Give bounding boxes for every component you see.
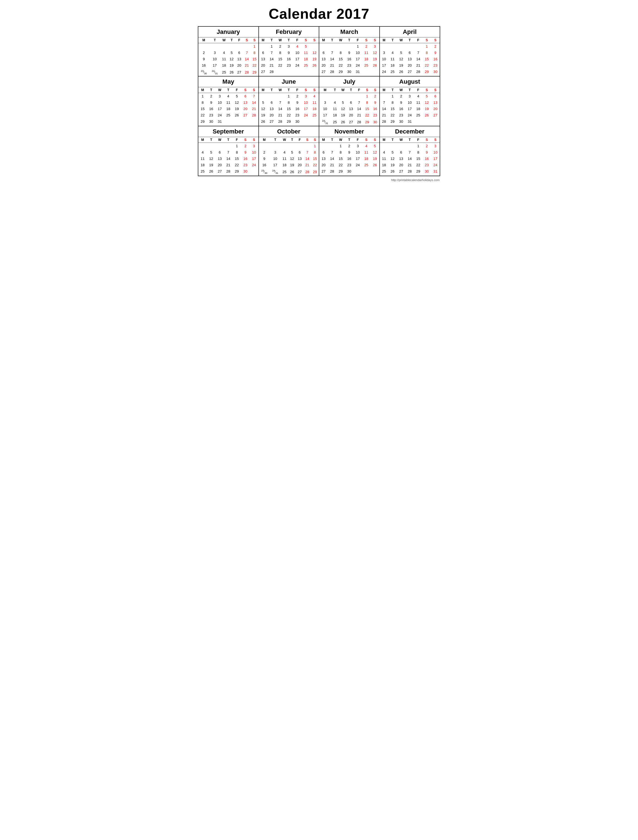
day-header-2: W	[220, 38, 228, 43]
week-row: 16171819202122	[198, 62, 258, 68]
day-cell: 11	[310, 99, 319, 106]
day-cell: 25	[362, 62, 370, 68]
day-cell: 25	[362, 162, 370, 168]
day-cell: 28	[276, 118, 285, 125]
day-cell: 15	[336, 155, 345, 162]
day-cell	[215, 142, 224, 149]
month-name-april: April	[380, 27, 440, 38]
day-header-2: W	[397, 87, 405, 93]
week-row: 2345678	[198, 49, 258, 56]
day-cell: 12	[288, 155, 296, 162]
week-row: 1234567	[198, 93, 258, 99]
day-header-1: T	[328, 137, 336, 143]
day-cell: 21	[224, 162, 233, 168]
day-header-6: S	[250, 137, 258, 143]
week-row: 11121314151617	[380, 155, 440, 162]
day-cell	[259, 142, 270, 149]
day-cell: 9	[431, 49, 440, 56]
week-row: 24252627282930	[380, 68, 440, 75]
day-cell: 8	[388, 99, 397, 106]
day-header-0: M	[259, 38, 268, 43]
month-march: MarchMTWTFSS1236789101112131415161718192…	[319, 27, 380, 76]
day-cell: 4	[380, 149, 388, 155]
day-cell: 12	[207, 155, 215, 162]
day-cell: 11	[388, 56, 397, 62]
day-cell: 17	[319, 112, 331, 118]
day-cell: 6	[215, 149, 224, 155]
day-cell	[347, 93, 355, 99]
day-header-0: M	[259, 137, 270, 143]
day-cell: 9	[397, 99, 405, 106]
day-cell	[259, 93, 268, 99]
day-header-3: T	[345, 137, 353, 143]
day-cell: 31	[353, 68, 362, 75]
day-cell: 12	[423, 99, 431, 106]
day-cell: 20	[405, 62, 414, 68]
day-cell: 23⁄30	[198, 68, 209, 76]
day-cell: 15	[388, 106, 397, 112]
day-cell: 23	[345, 162, 353, 168]
week-row: 21222324252627	[380, 112, 440, 118]
day-cell: 8	[414, 149, 423, 155]
day-cell: 13	[431, 99, 440, 106]
day-cell	[243, 43, 251, 50]
day-cell: 8	[276, 49, 285, 56]
day-cell: 28	[224, 168, 233, 175]
day-cell: 9	[259, 155, 270, 162]
day-cell: 14	[414, 56, 423, 62]
day-cell: 20	[347, 112, 355, 118]
week-row: 12345	[259, 43, 319, 50]
day-cell: 22	[233, 162, 241, 168]
day-cell: 6	[405, 49, 414, 56]
day-cell: 24	[353, 162, 362, 168]
day-cell: 24	[302, 112, 310, 118]
day-cell: 7	[250, 93, 258, 99]
day-cell: 17	[293, 56, 302, 62]
month-table-november: MTWTFSS123456789101112131415161718192021…	[319, 137, 379, 175]
day-cell: 5	[388, 149, 397, 155]
week-row: 13141516171819	[319, 155, 379, 162]
day-header-0: M	[198, 38, 209, 43]
day-header-6: S	[431, 38, 440, 43]
day-cell: 29	[414, 168, 423, 175]
day-header-3: T	[285, 38, 293, 43]
month-table-december: MTWTFSS123456789101112131415161718192021…	[380, 137, 440, 175]
day-cell: 14	[276, 106, 285, 112]
day-cell: 3	[405, 93, 414, 99]
day-cell	[224, 142, 233, 149]
month-november: NovemberMTWTFSS1234567891011121314151617…	[319, 126, 380, 176]
day-cell: 28	[380, 118, 388, 125]
month-table-august: MTWTFSS123456789101112131415161718192021…	[380, 87, 440, 125]
day-cell: 1	[285, 93, 293, 99]
day-header-6: S	[371, 87, 379, 93]
day-cell: 19	[233, 106, 241, 112]
week-row: 10111213141516	[319, 106, 379, 112]
day-cell	[397, 43, 405, 50]
day-cell: 18	[224, 106, 233, 112]
week-row: 6789101112	[259, 49, 319, 56]
day-cell: 13	[319, 155, 328, 162]
day-cell: 22	[423, 62, 431, 68]
day-cell: 23	[241, 162, 250, 168]
day-cell	[259, 43, 268, 50]
day-header-6: S	[370, 38, 379, 43]
day-cell: 6	[319, 49, 328, 56]
day-cell: 10	[250, 149, 258, 155]
day-cell: 17	[250, 155, 258, 162]
day-cell	[302, 68, 310, 75]
calendar-grid: JanuaryMTWTFSS12345678910111213141516171…	[198, 26, 440, 176]
day-cell: 30	[293, 118, 302, 125]
month-name-september: September	[198, 126, 258, 137]
day-cell: 29	[363, 118, 371, 126]
day-header-4: F	[296, 137, 304, 143]
day-cell: 29	[388, 118, 397, 125]
day-cell: 13	[259, 56, 268, 62]
day-cell: 18	[331, 112, 339, 118]
week-row: 13141516171819	[259, 56, 319, 62]
week-row: 567891011	[259, 99, 319, 106]
day-cell	[388, 142, 397, 149]
week-row: 2627282930	[259, 118, 319, 125]
day-header-4: F	[414, 38, 423, 43]
day-cell: 15	[198, 106, 207, 112]
month-june: JuneMTWTFSS12345678910111213141516171819…	[259, 76, 320, 126]
